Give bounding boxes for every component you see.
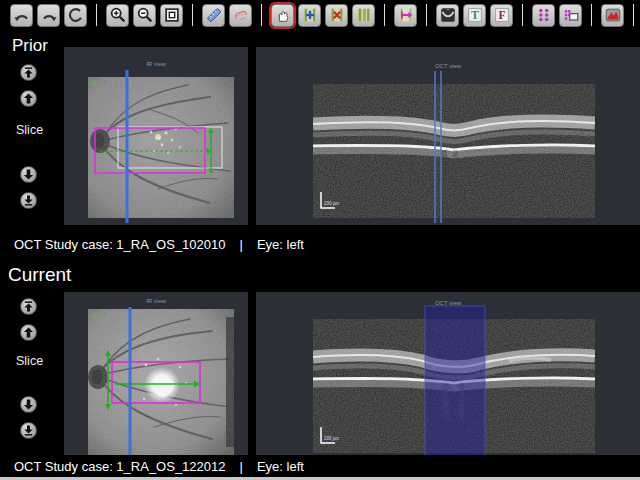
rotate-reset-button[interactable] [64, 4, 87, 27]
ruler-button[interactable] [202, 4, 225, 27]
prior-oct-image[interactable]: 200 µm [313, 84, 595, 222]
text-tool-F-icon: F [493, 6, 511, 24]
current-oct-view-label: OCT view [256, 300, 640, 306]
ruler-icon [205, 6, 223, 24]
svg-text:T: T [471, 9, 479, 22]
move-marker-button[interactable] [394, 4, 417, 27]
overlay-delete-icon [328, 6, 346, 24]
toolbar-separator [384, 4, 385, 26]
arrow-up-bar-icon [23, 67, 34, 78]
region-tool-button[interactable] [601, 4, 624, 27]
curve-tool-icon [439, 6, 457, 24]
prior-eye-text: Eye: left [257, 237, 304, 252]
overlay-show-button[interactable] [352, 4, 375, 27]
text-tool-T-icon: T [466, 6, 484, 24]
region-tool-icon [604, 6, 622, 24]
text-tool-F-button[interactable]: F [490, 4, 513, 27]
current-study-case-text: OCT Study case: 1_RA_OS_122012 [14, 459, 226, 474]
arrow-up-icon [23, 93, 34, 104]
points-to-image-button[interactable] [559, 4, 582, 27]
current-slice-first-button[interactable] [20, 298, 37, 315]
points-grid-icon [535, 6, 553, 24]
pan-hand-button[interactable] [271, 4, 294, 27]
oct-viewer-window: T F Previous patient Next patient Prior … [0, 0, 640, 480]
svg-text:F: F [498, 9, 505, 22]
current-panel-title: Current [8, 264, 71, 286]
overlay-add-icon [301, 6, 319, 24]
current-slice-down-button[interactable] [20, 396, 37, 413]
eraser-button[interactable] [229, 4, 252, 27]
fit-frame-icon [163, 6, 181, 24]
toolbar-separator [522, 4, 523, 26]
zoom-in-icon [109, 6, 127, 24]
rotate-arc-left-button[interactable] [10, 4, 33, 27]
current-eye-text: Eye: left [257, 459, 304, 474]
current-oct-tile: OCT view [256, 292, 640, 462]
current-slice-last-button[interactable] [20, 422, 37, 439]
rotate-arc-right-button[interactable] [37, 4, 60, 27]
prior-slice-label: Slice [16, 123, 43, 137]
current-fundus-image[interactable] [88, 309, 234, 459]
toolbar-separator [192, 4, 193, 26]
prior-fundus-tile: IR view [64, 47, 248, 225]
current-oct-image[interactable]: 200 µm [313, 319, 595, 457]
toolbar: T F Previous patient Next patient [0, 0, 640, 30]
arrow-down-bar-icon [23, 425, 34, 436]
patient-nav: Previous patient Next patient [628, 4, 640, 27]
toolbar-separator [261, 4, 262, 26]
prior-panel-title: Prior [12, 36, 48, 56]
overlay-delete-button[interactable] [325, 4, 348, 27]
prior-slice-last-button[interactable] [20, 192, 37, 209]
curve-tool-button[interactable] [436, 4, 459, 27]
points-to-image-icon [562, 6, 580, 24]
prior-oct-tile: OCT view 200 µm [256, 47, 640, 225]
arrow-up-bar-icon [23, 301, 34, 312]
overlay-add-button[interactable] [298, 4, 321, 27]
status-separator: | [240, 459, 243, 474]
points-grid-button[interactable] [532, 4, 555, 27]
prior-fundus-image[interactable] [88, 77, 234, 222]
toolbar-separator [591, 4, 592, 26]
toolbar-separator [96, 4, 97, 26]
current-slice-up-button[interactable] [20, 324, 37, 341]
svg-text:200 µm: 200 µm [324, 436, 339, 441]
current-status-bar: OCT Study case: 1_RA_OS_122012 | Eye: le… [0, 455, 640, 477]
prior-slice-down-button[interactable] [20, 166, 37, 183]
rotate-arc-right-icon [40, 6, 58, 24]
prior-fundus-view-label: IR view [64, 61, 248, 67]
toolbar-separator [633, 4, 634, 26]
overlay-show-icon [355, 6, 373, 24]
eraser-icon [232, 6, 250, 24]
prior-status-bar: OCT Study case: 1_RA_OS_102010 | Eye: le… [0, 231, 640, 257]
zoom-in-button[interactable] [106, 4, 129, 27]
arrow-up-icon [23, 327, 34, 338]
prior-slice-first-button[interactable] [20, 64, 37, 81]
prior-oct-view-label: OCT view [256, 63, 640, 69]
current-fundus-tile: IR view [64, 292, 248, 462]
current-slice-label: Slice [16, 354, 43, 368]
toolbar-separator [426, 4, 427, 26]
fit-frame-button[interactable] [160, 4, 183, 27]
prior-slice-up-button[interactable] [20, 90, 37, 107]
zoom-out-button[interactable] [133, 4, 156, 27]
zoom-out-icon [136, 6, 154, 24]
text-tool-T-button[interactable]: T [463, 4, 486, 27]
move-marker-icon [397, 6, 415, 24]
current-fundus-view-label: IR view [64, 298, 248, 304]
rotate-arc-left-icon [13, 6, 31, 24]
arrow-down-icon [23, 169, 34, 180]
pan-hand-icon [274, 6, 292, 24]
svg-text:200 µm: 200 µm [324, 201, 339, 206]
arrow-down-icon [23, 399, 34, 410]
arrow-down-bar-icon [23, 195, 34, 206]
prior-study-case-text: OCT Study case: 1_RA_OS_102010 [14, 237, 226, 252]
status-separator: | [240, 237, 243, 252]
rotate-reset-icon [67, 6, 85, 24]
